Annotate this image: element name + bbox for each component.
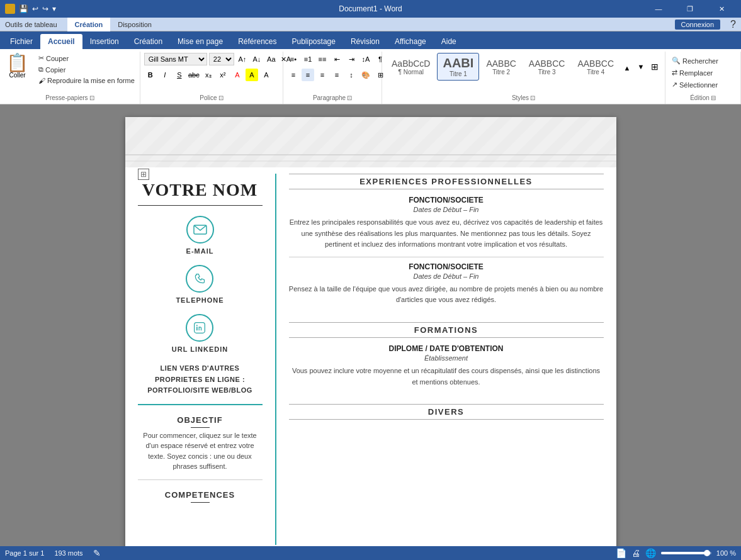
help-icon[interactable]: ? — [730, 19, 736, 30]
add-table-btn[interactable]: ⊞ — [138, 169, 149, 180]
name-text[interactable]: VOTRE NOM — [138, 180, 263, 200]
link-section: LIEN VERS D'AUTRES PROPRIETES EN LIGNE :… — [138, 363, 263, 405]
linkedin-label[interactable]: URL LINKEDIN — [172, 345, 228, 353]
couper-button[interactable]: ✂ Couper — [36, 53, 137, 64]
view-web-icon[interactable]: 🌐 — [645, 548, 656, 558]
align-center-btn[interactable]: ≡ — [302, 69, 314, 81]
tab-revision[interactable]: Révision — [343, 34, 387, 49]
style-titre4-preview: AABBCC — [577, 59, 614, 69]
style-titre4[interactable]: AABBCC Titre 4 — [572, 55, 619, 79]
zoom-slider[interactable] — [661, 552, 711, 554]
italic-btn[interactable]: I — [159, 69, 171, 81]
decrease-font-btn[interactable]: A↓ — [251, 53, 263, 65]
paragraphe-label: Paragraphe ⊡ — [287, 92, 378, 103]
font-color-btn[interactable]: A — [231, 69, 244, 81]
objectif-text[interactable]: Pour commencer, cliquez sur le texte d'u… — [138, 430, 263, 472]
strikethrough-btn[interactable]: abc — [188, 69, 200, 81]
styles-scroll-down[interactable]: ▼ — [635, 60, 647, 73]
align-left-btn[interactable]: ≡ — [287, 69, 300, 81]
tab-references[interactable]: Références — [230, 34, 284, 49]
style-normal[interactable]: AaBbCcD ¶ Normal — [386, 55, 436, 79]
phone-label[interactable]: TELEPHONE — [176, 296, 223, 304]
styles-group: AaBbCcD ¶ Normal AABI Titre 1 AABBC Titr… — [382, 52, 665, 104]
quick-access-dropdown[interactable]: ▾ — [52, 4, 56, 13]
competences-title: COMPETENCES — [138, 490, 263, 503]
style-titre1[interactable]: AABI Titre 1 — [437, 53, 479, 81]
underline-btn[interactable]: S — [173, 69, 186, 81]
diplome-desc[interactable]: Vous pouvez inclure votre moyenne et un … — [289, 366, 604, 388]
highlight-btn[interactable]: A — [246, 69, 258, 81]
coller-button[interactable]: 📋 Coller — [3, 53, 32, 80]
tab-creation[interactable]: Création — [67, 18, 111, 31]
quick-access-save[interactable]: 💾 — [19, 4, 28, 13]
tab-publipostage[interactable]: Publipostage — [285, 34, 343, 49]
bold-btn[interactable]: B — [144, 69, 157, 81]
style-titre2-preview: AABBC — [486, 59, 516, 69]
superscript-btn[interactable]: x² — [217, 69, 229, 81]
tab-insertion[interactable]: Insertion — [82, 34, 127, 49]
close-button[interactable]: ✕ — [707, 0, 736, 18]
diplome-title[interactable]: DIPLOME / DATE D'OBTENTION — [289, 344, 604, 353]
copier-button[interactable]: ⧉ Copier — [36, 64, 137, 75]
style-titre3[interactable]: AABBCC Titre 3 — [523, 55, 571, 79]
minimize-button[interactable]: — — [644, 0, 673, 18]
styles-more[interactable]: ⊞ — [648, 53, 661, 81]
numbering-btn[interactable]: ≡1 — [302, 53, 314, 65]
paragraphe-expand-icon[interactable]: ⊡ — [347, 94, 352, 101]
restore-button[interactable]: ❐ — [676, 0, 704, 18]
word-count: 193 mots — [54, 549, 82, 557]
styles-expand-icon[interactable]: ⊡ — [530, 94, 535, 101]
tab-disposition[interactable]: Disposition — [110, 18, 159, 31]
increase-indent-btn[interactable]: ⇥ — [345, 53, 358, 65]
remplacer-button[interactable]: ⇄ Remplacer — [669, 67, 715, 78]
sort-btn[interactable]: ↕A — [359, 53, 372, 65]
tab-creation2[interactable]: Création — [127, 34, 170, 49]
link-text[interactable]: LIEN VERS D'AUTRES PROPRIETES EN LIGNE :… — [138, 363, 263, 396]
style-titre2[interactable]: AABBC Titre 2 — [480, 55, 521, 79]
job1-title[interactable]: FONCTION/SOCIETE — [289, 196, 604, 204]
email-label[interactable]: E-MAIL — [186, 247, 214, 255]
font-row1: Gill Sans MT 22 A↑ A↓ Aa ✕A — [144, 53, 292, 65]
font-shade-btn[interactable]: A — [260, 69, 273, 81]
reproduire-button[interactable]: 🖌 Reproduire la mise en forme — [36, 76, 137, 86]
clipboard-expand-icon[interactable]: ⊡ — [89, 94, 94, 101]
rechercher-button[interactable]: 🔍 Rechercher — [669, 55, 721, 66]
multilevel-btn[interactable]: ≡≡ — [316, 53, 329, 65]
view-print-icon[interactable]: 🖨 — [631, 548, 640, 558]
job2-desc[interactable]: Pensez à la taille de l'équipe que vous … — [289, 284, 604, 306]
job1-desc[interactable]: Entrez les principales responsabilités q… — [289, 217, 604, 250]
style-titre3-preview: AABBCC — [529, 59, 565, 69]
tab-affichage[interactable]: Affichage — [387, 34, 434, 49]
align-right-btn[interactable]: ≡ — [316, 69, 329, 81]
tab-fichier[interactable]: Fichier — [3, 34, 40, 49]
quick-access-redo[interactable]: ↪ — [42, 4, 48, 13]
police-expand-icon[interactable]: ⊡ — [218, 94, 223, 101]
phone-svg — [193, 272, 206, 285]
job1-dates: Dates de Début – Fin — [289, 206, 604, 213]
tab-accueil[interactable]: Accueil — [40, 34, 82, 49]
edition-expand-icon[interactable]: ⊟ — [711, 94, 716, 101]
tab-aide[interactable]: Aide — [434, 34, 464, 49]
tab-mise-en-page[interactable]: Mise en page — [170, 34, 230, 49]
quick-access-undo[interactable]: ↩ — [32, 4, 38, 13]
view-read-icon[interactable]: 📄 — [616, 548, 626, 558]
change-case-btn[interactable]: Aa — [265, 53, 278, 65]
bullets-btn[interactable]: ≡• — [287, 53, 300, 65]
line-spacing-btn[interactable]: ↕ — [345, 69, 358, 81]
objectif-title: OBJECTIF — [138, 415, 263, 428]
subscript-btn[interactable]: x₂ — [202, 69, 215, 81]
font-size-select[interactable]: 22 — [209, 53, 234, 65]
para-row1: ≡• ≡1 ≡≡ ⇤ ⇥ ↕A ¶ — [287, 53, 387, 65]
shading-btn[interactable]: 🎨 — [359, 69, 372, 81]
page-header — [125, 117, 616, 167]
font-family-select[interactable]: Gill Sans MT — [144, 53, 207, 65]
decrease-indent-btn[interactable]: ⇤ — [331, 53, 343, 65]
styles-scroll-up[interactable]: ▲ — [621, 62, 633, 74]
selectionner-button[interactable]: ↗ Sélectionner — [669, 79, 720, 90]
connexion-button[interactable]: Connexion — [675, 20, 721, 30]
increase-font-btn[interactable]: A↑ — [236, 53, 249, 65]
svg-rect-2 — [125, 117, 616, 167]
left-column: VOTRE NOM E-MAIL — [138, 174, 276, 545]
job2-title[interactable]: FONCTION/SOCIETE — [289, 262, 604, 271]
justify-btn[interactable]: ≡ — [331, 69, 343, 81]
